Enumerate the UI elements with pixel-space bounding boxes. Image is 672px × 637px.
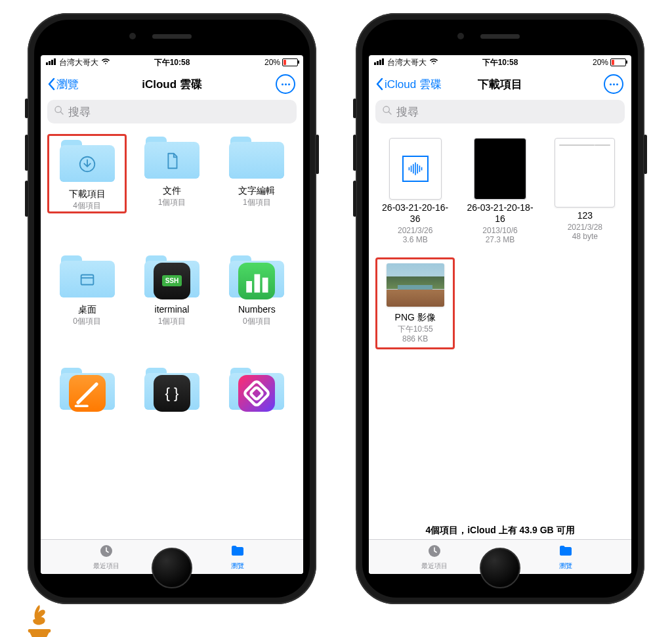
svg-rect-18 bbox=[417, 164, 418, 173]
ssh-app-icon: SSH bbox=[154, 263, 190, 299]
folder-code[interactable]: { } bbox=[129, 365, 214, 414]
status-time: 下午10:58 bbox=[482, 57, 518, 68]
folder-textedit[interactable]: 文字編輯 1個項目 bbox=[215, 134, 299, 213]
carrier-label: 台湾大哥大 bbox=[59, 57, 98, 68]
audio-icon bbox=[402, 156, 429, 182]
folder-desktop[interactable]: 桌面 0個項目 bbox=[45, 253, 129, 326]
tab-recent-label: 最近項目 bbox=[421, 561, 448, 571]
back-label: 瀏覽 bbox=[56, 77, 79, 92]
status-bar: 台湾大哥大 下午10:58 20% bbox=[369, 55, 631, 70]
svg-rect-6 bbox=[255, 274, 261, 292]
pages-app-icon bbox=[69, 375, 106, 412]
page-title: iCloud 雲碟 bbox=[142, 77, 202, 92]
more-button[interactable] bbox=[604, 74, 623, 94]
image-thumb-icon bbox=[387, 263, 444, 307]
screen-downloads: 台湾大哥大 下午10:58 20% iCloud 雲碟 bbox=[369, 55, 631, 574]
status-bar: 台湾大哥大 下午10:58 20% bbox=[41, 55, 303, 70]
svg-rect-5 bbox=[247, 281, 253, 293]
folder-documents[interactable]: 文件 1個項目 bbox=[129, 134, 214, 213]
svg-rect-17 bbox=[415, 162, 416, 175]
video-thumb-icon bbox=[474, 138, 526, 200]
svg-rect-9 bbox=[244, 380, 270, 406]
search-placeholder: 搜尋 bbox=[68, 104, 91, 120]
folder-shortcuts[interactable] bbox=[215, 365, 299, 414]
signal-icon bbox=[46, 58, 56, 67]
svg-line-1 bbox=[60, 112, 63, 114]
watermark-logo: 科技兔 bbox=[25, 604, 54, 637]
folder-iterminal[interactable]: SSH iterminal 1個項目 bbox=[129, 253, 214, 326]
svg-rect-3 bbox=[81, 275, 93, 284]
svg-rect-22 bbox=[28, 629, 51, 632]
folder-icon bbox=[230, 543, 245, 560]
nav-bar: iCloud 雲碟 下載項目 bbox=[369, 70, 631, 99]
svg-rect-10 bbox=[250, 387, 263, 400]
svg-rect-20 bbox=[421, 167, 422, 171]
svg-rect-19 bbox=[419, 165, 420, 172]
status-time: 下午10:58 bbox=[154, 57, 190, 68]
search-icon bbox=[382, 105, 392, 119]
folder-pages[interactable] bbox=[45, 365, 129, 414]
clock-icon bbox=[427, 543, 442, 560]
signal-icon bbox=[374, 58, 385, 67]
file-audio[interactable]: 26-03-21-20-16-36 2021/3/26 3.6 MB bbox=[373, 138, 457, 244]
phone-frame-left: 台湾大哥大 下午10:58 20% 瀏覽 bbox=[28, 13, 316, 604]
folder-downloads[interactable]: 下載項目 4個項目 bbox=[47, 134, 127, 213]
battery-icon bbox=[610, 58, 626, 66]
battery-pct: 20% bbox=[593, 58, 608, 67]
svg-rect-7 bbox=[262, 278, 268, 293]
battery-icon bbox=[282, 58, 298, 66]
svg-rect-15 bbox=[410, 165, 411, 172]
numbers-app-icon bbox=[238, 263, 275, 299]
nav-bar: 瀏覽 iCloud 雲碟 bbox=[41, 70, 303, 99]
tab-recent-label: 最近項目 bbox=[93, 561, 119, 571]
search-icon bbox=[54, 105, 64, 119]
code-app-icon: { } bbox=[154, 375, 190, 412]
back-button[interactable]: iCloud 雲碟 bbox=[375, 77, 442, 92]
back-button[interactable]: 瀏覽 bbox=[47, 77, 79, 92]
search-input[interactable]: 搜尋 bbox=[47, 100, 297, 123]
folder-icon bbox=[558, 543, 574, 560]
svg-rect-14 bbox=[408, 167, 410, 171]
home-button[interactable] bbox=[480, 548, 520, 588]
storage-summary: 4個項目，iCloud 上有 43.9 GB 可用 bbox=[369, 521, 631, 539]
shortcuts-app-icon bbox=[238, 375, 275, 412]
page-title: 下載項目 bbox=[478, 77, 522, 92]
folder-numbers[interactable]: Numbers 0個項目 bbox=[215, 253, 299, 326]
wifi-icon bbox=[429, 58, 438, 67]
window-icon bbox=[77, 270, 97, 292]
clock-icon bbox=[98, 543, 114, 560]
home-button[interactable] bbox=[152, 548, 192, 588]
download-icon bbox=[77, 154, 97, 177]
svg-line-13 bbox=[388, 112, 391, 114]
svg-rect-16 bbox=[413, 164, 414, 173]
screen-icloud-drive: 台湾大哥大 下午10:58 20% 瀏覽 bbox=[41, 55, 303, 574]
more-button[interactable] bbox=[276, 74, 295, 94]
wifi-icon bbox=[101, 58, 110, 67]
battery-pct: 20% bbox=[264, 58, 280, 67]
tab-browse-label: 瀏覽 bbox=[559, 561, 572, 571]
phone-frame-right: 台湾大哥大 下午10:58 20% iCloud 雲碟 bbox=[356, 13, 644, 604]
doc-icon bbox=[162, 151, 182, 173]
search-input[interactable]: 搜尋 bbox=[375, 100, 625, 123]
tab-browse-label: 瀏覽 bbox=[231, 561, 244, 571]
carrier-label: 台湾大哥大 bbox=[387, 57, 427, 68]
text-thumb-icon bbox=[555, 138, 615, 208]
file-png[interactable]: PNG 影像 下午10:55 886 KB bbox=[375, 257, 455, 349]
search-placeholder: 搜尋 bbox=[396, 104, 419, 120]
file-txt[interactable]: 123 2021/3/28 48 byte bbox=[543, 138, 627, 244]
back-label: iCloud 雲碟 bbox=[385, 77, 442, 92]
file-video[interactable]: 26-03-21-20-18-16 2013/10/6 27.3 MB bbox=[457, 138, 542, 244]
